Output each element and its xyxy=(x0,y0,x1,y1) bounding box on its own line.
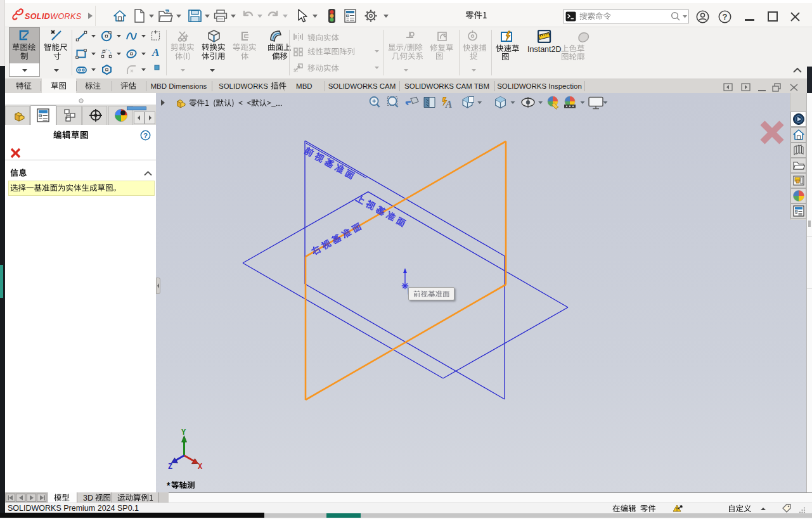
svg-text:?: ? xyxy=(143,132,148,139)
svg-text:A: A xyxy=(445,99,453,110)
svg-text:X: X xyxy=(198,463,203,471)
svg-text:Y: Y xyxy=(181,428,186,437)
svg-text:Z: Z xyxy=(168,463,172,471)
svg-text:?: ? xyxy=(723,12,728,22)
